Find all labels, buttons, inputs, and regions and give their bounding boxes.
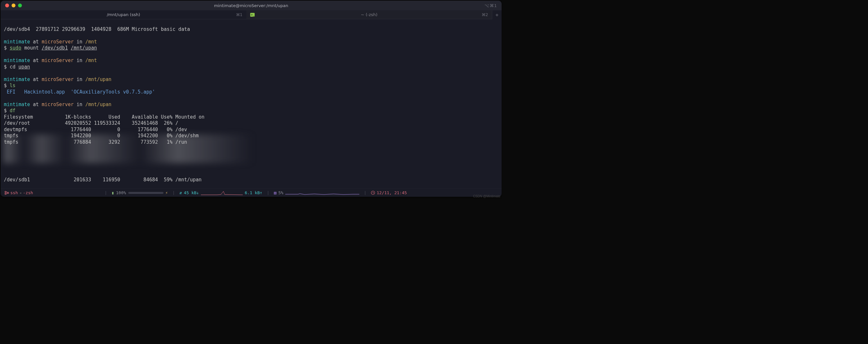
window-title: mintimate@microServer:/mnt/upan	[1, 3, 502, 8]
ls-item: Hackintool.app	[24, 89, 71, 95]
df-row: /dev/sdb1 201633 116950 84684 59% /mnt/u…	[4, 177, 202, 183]
cmd-df: df	[10, 108, 16, 113]
battery-icon: ▮	[112, 190, 114, 195]
cmd-ls: ls	[10, 82, 16, 89]
terminal-content[interactable]: /dev/sdb4 27891712 29296639 1404928 686M…	[1, 19, 502, 188]
tab-zsh[interactable]: >_ ~ (-zsh) ⌘2	[246, 10, 492, 19]
output-line: /dev/sdb4 27891712 29296639 1404928 686M…	[4, 26, 190, 32]
status-battery: ▮ 100% ⚡	[112, 190, 168, 195]
ls-item: EFI	[4, 89, 24, 95]
watermark: CSDN @Mintimate	[473, 195, 500, 198]
cmd-arg: /dev/sdb1	[41, 45, 68, 51]
maximize-icon[interactable]	[18, 4, 22, 7]
cmd-arg: /mnt/upan	[71, 45, 97, 51]
network-icon: ⇵	[179, 190, 182, 195]
titlebar: mintimate@microServer:/mnt/upan ⌥⌘1	[1, 1, 502, 10]
prompt-user: mintimate	[4, 39, 30, 45]
ls-item: 'OCAuxiliaryTools v0.7.5.app'	[71, 89, 155, 95]
terminal-window: mintimate@microServer:/mnt/upan ⌥⌘1 /mnt…	[1, 1, 502, 197]
tab-bar: /mnt/upan (ssh) ⌘1 >_ ~ (-zsh) ⌘2 +	[1, 10, 502, 19]
df-row: tmpfs 1942200 0 1942200 0% /dev/shm	[4, 133, 199, 139]
status-clock: 12/11, 21:45	[371, 190, 407, 195]
df-row: /dev/root 492020552 119533324 352461468 …	[4, 120, 178, 126]
tab-ssh[interactable]: /mnt/upan (ssh) ⌘1	[1, 10, 246, 19]
redacted-rows	[4, 134, 252, 163]
new-tab-button[interactable]: +	[492, 10, 502, 19]
window-shortcut: ⌥⌘1	[485, 3, 497, 8]
bolt-icon: ⚡	[165, 190, 168, 195]
cmd-arg: upan	[18, 64, 30, 70]
svg-point-1	[5, 193, 6, 195]
df-row: devtmpfs 1776440 0 1776440 0% /dev	[4, 127, 187, 133]
terminal-icon: >_	[250, 13, 255, 17]
branch-icon	[4, 191, 9, 195]
tab-label: ~ (-zsh)	[361, 12, 378, 17]
cpu-icon: ▤	[274, 190, 277, 195]
status-session[interactable]: ssh ◂ -zsh	[4, 190, 33, 195]
clock-icon	[371, 191, 375, 195]
close-icon[interactable]	[5, 4, 9, 7]
df-row: tmpfs 776884 3292 773592 1% /run	[4, 139, 187, 145]
svg-point-0	[5, 191, 6, 193]
battery-bar	[128, 192, 163, 194]
tab-shortcut: ⌘1	[236, 12, 242, 17]
tab-shortcut: ⌘2	[480, 12, 488, 17]
net-sparkline	[201, 190, 243, 196]
traffic-lights	[1, 4, 22, 7]
status-bar: ssh ◂ -zsh | ▮ 100% ⚡ | ⇵ 45 kB↓ 6.1 kB↑…	[1, 188, 502, 197]
prompt-path: /mnt	[85, 39, 97, 45]
minimize-icon[interactable]	[11, 4, 16, 7]
cmd-sudo: sudo	[10, 45, 21, 51]
status-cpu: ▤ 5%	[274, 190, 359, 196]
prompt-host: microServer	[41, 39, 73, 45]
cpu-sparkline	[285, 190, 359, 196]
svg-point-2	[7, 192, 9, 194]
tab-label: /mnt/upan (ssh)	[107, 12, 141, 17]
status-network: ⇵ 45 kB↓ 6.1 kB↑	[179, 190, 262, 196]
df-header: Filesystem 1K-blocks Used Available Use%…	[4, 114, 205, 120]
separator: |	[105, 190, 107, 195]
cmd-cd: cd	[10, 64, 18, 70]
